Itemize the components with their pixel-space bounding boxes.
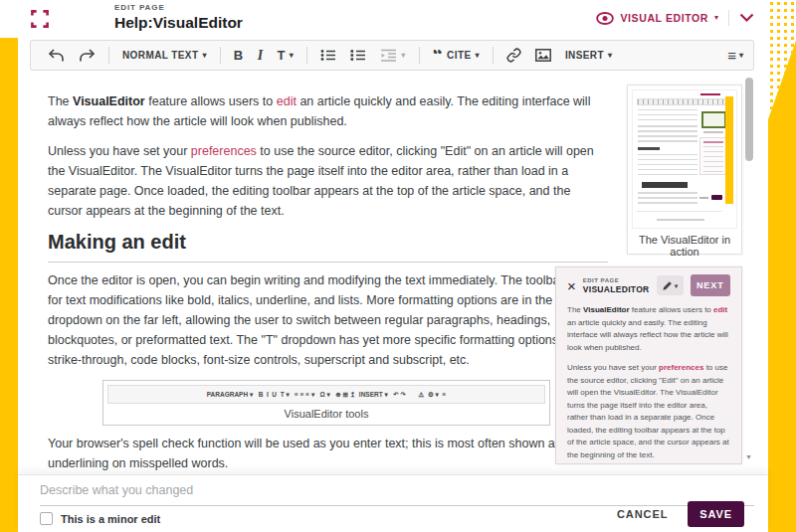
minor-edit-checkbox[interactable] bbox=[40, 512, 53, 525]
fullscreen-icon bbox=[31, 10, 49, 28]
preview-kicker: EDIT PAGE bbox=[583, 277, 650, 283]
image-icon bbox=[535, 49, 551, 62]
inline-link[interactable]: edit bbox=[713, 305, 727, 314]
visual-editor-window: EDIT PAGE Help:VisualEditor VISUAL EDITO… bbox=[0, 0, 796, 532]
background-right-yellow bbox=[768, 0, 796, 532]
edit-header: EDIT PAGE Help:VisualEditor VISUAL EDITO… bbox=[0, 0, 768, 38]
chevron-down-icon: ▾ bbox=[202, 52, 206, 60]
text-style-dropdown[interactable]: T ▾ bbox=[271, 48, 301, 63]
link-icon bbox=[506, 48, 521, 63]
page-title-block: EDIT PAGE Help:VisualEditor bbox=[114, 3, 243, 32]
toolbar-separator bbox=[220, 47, 221, 64]
preview-body: The VisualEditor feature allows users to… bbox=[567, 304, 730, 461]
formatting-toolbar: NORMAL TEXT ▾ B I T ▾ bbox=[30, 40, 754, 71]
thumbnail-image bbox=[632, 89, 737, 229]
thumbnail-figure[interactable]: The VisualEditor in action bbox=[627, 85, 742, 255]
text-segment: feature allows users to bbox=[630, 305, 713, 314]
preview-paragraph: The VisualEditor feature allows users to… bbox=[567, 304, 730, 354]
paragraph: Once the editor is open, you can begin w… bbox=[48, 270, 608, 370]
chevron-down-icon: ▾ bbox=[401, 52, 405, 60]
image-button[interactable] bbox=[528, 49, 558, 62]
article-edit-surface[interactable]: The VisualEditor feature allows users to… bbox=[48, 91, 608, 483]
pencil-icon bbox=[662, 280, 673, 291]
inline-link[interactable]: preferences bbox=[659, 363, 703, 372]
toolbar-separator bbox=[493, 47, 494, 64]
paragraph-style-label: NORMAL TEXT bbox=[122, 50, 198, 61]
toolbar-menu-dropdown[interactable]: ≡ ▾ bbox=[727, 47, 743, 64]
insert-dropdown[interactable]: INSERT ▾ bbox=[558, 50, 620, 61]
bullet-list-button[interactable] bbox=[313, 49, 343, 62]
footer-actions: CANCEL SAVE bbox=[617, 501, 744, 527]
text-segment: Once the editor is open, you can begin w… bbox=[48, 273, 605, 367]
preview-title: VISUALEDITOR bbox=[583, 284, 650, 294]
cite-dropdown[interactable]: “ CITE ▾ bbox=[426, 50, 487, 61]
edit-page-kicker: EDIT PAGE bbox=[114, 3, 243, 12]
header-divider bbox=[728, 10, 729, 26]
italic-button[interactable]: I bbox=[251, 48, 271, 64]
background-left-yellow bbox=[0, 38, 18, 532]
eye-icon bbox=[596, 12, 614, 25]
inline-link[interactable]: preferences bbox=[191, 144, 257, 158]
bold-button[interactable]: B bbox=[227, 48, 251, 63]
chevron-down-icon: ▾ bbox=[675, 282, 679, 289]
scrollbar-thumb[interactable] bbox=[745, 78, 753, 161]
preview-header: × EDIT PAGE VISUALEDITOR ▾ NEXT bbox=[567, 274, 730, 296]
text-segment: to use the source editor, clicking "Edit… bbox=[567, 363, 729, 459]
text-segment: Unless you have set your bbox=[567, 363, 659, 372]
chevron-down-icon: ▾ bbox=[739, 52, 743, 60]
text-segment: The bbox=[567, 305, 583, 314]
embedded-figure[interactable]: PARAGRAPH ▾ B I U T ▾ ≡ ≡ ≡ ▾ Ω ▾ ⊕ ⊞ ↥ … bbox=[102, 380, 550, 426]
text-segment: The bbox=[48, 94, 73, 108]
text-segment: VisualEditor bbox=[583, 305, 630, 314]
quote-icon: “ bbox=[433, 50, 443, 61]
pencil-dropdown: ▾ bbox=[657, 275, 684, 295]
cite-label: CITE bbox=[447, 50, 471, 61]
toolbar-separator bbox=[108, 47, 109, 64]
chevron-down-icon: ▾ bbox=[290, 52, 294, 60]
save-button[interactable]: SAVE bbox=[688, 501, 744, 527]
text-segment: an article quickly and easily. The editi… bbox=[567, 318, 728, 352]
chevron-down-icon: ▾ bbox=[608, 52, 612, 60]
collapse-header-button[interactable] bbox=[739, 13, 754, 23]
chevron-down-icon: ▾ bbox=[714, 14, 718, 22]
toolbar-separator bbox=[306, 47, 307, 64]
section-heading: Making an edit bbox=[48, 231, 608, 263]
close-icon: × bbox=[567, 278, 576, 293]
indent-icon bbox=[380, 49, 397, 62]
numbered-list-button[interactable] bbox=[343, 49, 373, 62]
insert-label: INSERT bbox=[565, 50, 604, 61]
paragraph: Unless you have set your preferences to … bbox=[48, 141, 608, 221]
text-segment: VisualEditor bbox=[73, 94, 145, 108]
minor-edit-label: This is a minor edit bbox=[61, 513, 160, 525]
paragraph: The VisualEditor feature allows users to… bbox=[48, 91, 608, 131]
toolbar-separator bbox=[419, 47, 420, 64]
editor-preview-thumbnail[interactable]: × EDIT PAGE VISUALEDITOR ▾ NEXT The Visu… bbox=[555, 266, 742, 464]
hamburger-icon: ≡ bbox=[727, 47, 736, 64]
mini-toolbar-image: PARAGRAPH ▾ B I U T ▾ ≡ ≡ ≡ ▾ Ω ▾ ⊕ ⊞ ↥ … bbox=[107, 385, 545, 404]
dot-pattern-decoration bbox=[768, 0, 796, 119]
redo-button[interactable] bbox=[72, 49, 102, 63]
minor-edit-control: This is a minor edit bbox=[40, 512, 160, 525]
thumbnail-caption: The VisualEditor in action bbox=[632, 229, 737, 258]
bullet-list-icon bbox=[320, 49, 336, 62]
figure-caption: VisualEditor tools bbox=[107, 404, 545, 421]
next-button: NEXT bbox=[691, 274, 731, 296]
text-segment: Unless you have set your bbox=[48, 144, 191, 158]
cancel-button[interactable]: CANCEL bbox=[617, 508, 668, 520]
fullscreen-toggle-button[interactable] bbox=[30, 9, 50, 29]
link-button[interactable] bbox=[499, 48, 528, 63]
text-segment: feature allows users to bbox=[145, 94, 277, 108]
scroll-down-arrow[interactable]: ▼ bbox=[745, 453, 752, 460]
editor-panel: NORMAL TEXT ▾ B I T ▾ bbox=[18, 38, 768, 532]
undo-button[interactable] bbox=[41, 49, 72, 63]
indent-dropdown[interactable]: ▾ bbox=[373, 49, 412, 62]
mode-dropdown[interactable]: VISUAL EDITOR bbox=[620, 12, 708, 24]
text-style-label: T bbox=[278, 48, 286, 63]
preview-paragraph: Unless you have set your preferences to … bbox=[567, 362, 730, 461]
inline-link[interactable]: edit bbox=[277, 94, 297, 108]
chevron-down-icon: ▾ bbox=[476, 52, 480, 60]
text-segment: Your browser's spell check function will… bbox=[48, 437, 583, 470]
paragraph-style-dropdown[interactable]: NORMAL TEXT ▾ bbox=[115, 50, 214, 61]
editor-mode-controls: VISUAL EDITOR ▾ bbox=[596, 10, 754, 26]
page-title: Help:VisualEditor bbox=[114, 14, 243, 32]
